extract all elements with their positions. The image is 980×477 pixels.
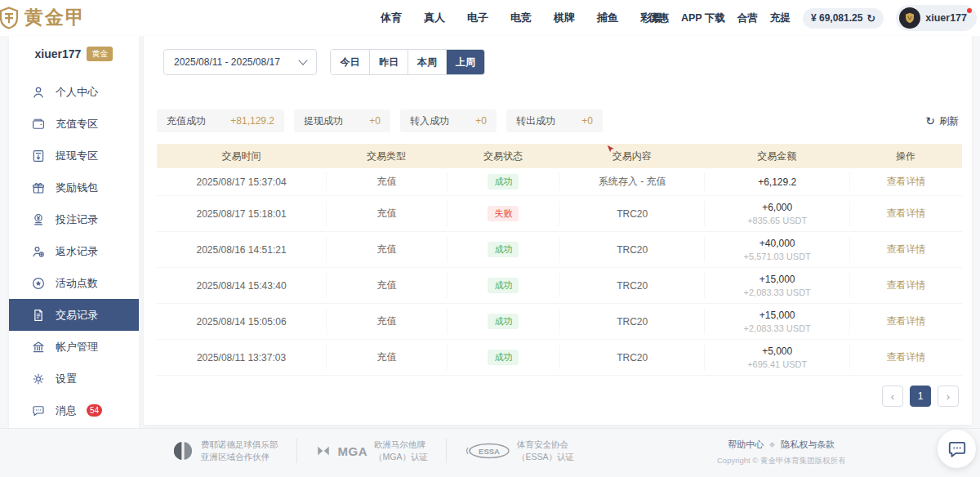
table-row: 2025/08/17 15:37:04 充值 成功 系统存入 - 充值 +6,1… [157,168,962,196]
sidebar-menu: 个人中心 充值专区 提现专区 奖励钱包 投注记录 返水记录 [9,69,139,426]
refresh-balance-icon[interactable]: ↻ [866,12,875,25]
sidebar-item-personal-center[interactable]: 个人中心 [9,76,139,108]
view-details-link[interactable]: 查看详情 [886,207,925,221]
amount-value: +40,000 [760,238,795,249]
tab-this-week[interactable]: 本周 [408,50,446,74]
privacy-terms-link[interactable]: 隐私权与条款 [781,439,835,451]
view-details-link[interactable]: 查看详情 [886,175,925,189]
summary-transfer-out-success: 转出成功 +0 [506,109,603,132]
nav-esports[interactable]: 电竞 [510,11,532,25]
summary-row: 充值成功 +81,129.2 提现成功 +0 转入成功 +0 转出成功 +0 ↻… [157,109,959,132]
chevron-down-icon [298,56,307,65]
avatar [899,7,920,29]
col-time: 交易时间 [157,149,326,163]
mga-logo-icon [315,444,332,458]
view-details-link[interactable]: 查看详情 [886,279,925,292]
nav-slots[interactable]: 电子 [467,11,488,25]
date-range-select[interactable]: 2025/08/11 - 2025/08/17 [163,49,317,75]
cell-status: 成功 [447,237,559,261]
balance-pill[interactable]: ¥ 69,081.25 ↻ [803,8,884,29]
cell-status: 成功 [447,345,559,369]
amount-value: +15,000 [760,274,795,285]
user-icon [31,85,46,100]
col-amount: 交易金额 [704,149,849,163]
shield-avatar-icon [903,11,916,25]
brand-logo[interactable]: 黄金甲 [0,5,86,30]
table-row: 2025/08/16 14:51:21 充值 成功 TRC20 +40,000+… [157,232,962,268]
page-1-button[interactable]: 1 [910,386,931,407]
star-circle-icon [31,276,46,291]
nav-sports[interactable]: 体育 [381,11,402,25]
brand-name: 黄金甲 [24,5,86,30]
link-partnership[interactable]: 合营 [737,11,758,25]
cell-amount: +5,000+695.41 USDT [704,345,849,369]
sidebar-item-withdraw[interactable]: 提现专区 [9,140,139,172]
sidebar-item-transaction-records[interactable]: 交易记录 [9,299,139,331]
sidebar-item-activity-points[interactable]: 活动点数 [9,267,139,299]
link-promotions[interactable]: 优惠 [648,11,669,25]
col-type: 交易类型 [326,149,447,163]
sidebar-item-account-management[interactable]: 帐户管理 [9,331,139,363]
cell-content: TRC20 [559,309,704,333]
sidebar-item-label: 充值专区 [56,117,98,132]
tab-yesterday[interactable]: 昨日 [369,50,408,74]
link-app-download[interactable]: APP 下载 [681,11,725,25]
summary-transfer-in-success: 转入成功 +0 [400,109,497,132]
table-row: 2025/08/11 13:37:03 充值 成功 TRC20 +5,000+6… [157,340,962,376]
footer-divider [446,439,447,463]
cell-content: TRC20 [559,345,704,369]
link-deposit-withdraw[interactable]: 充提 [770,11,791,25]
sidebar-item-messages[interactable]: 消息 54 [9,395,139,426]
cell-action: 查看详情 [849,273,962,297]
sidebar-item-bet-records[interactable]: 投注记录 [9,203,139,235]
cell-time: 2025/08/14 15:05:06 [157,309,326,333]
view-details-link[interactable]: 查看详情 [886,243,925,256]
nav-live[interactable]: 真人 [424,11,445,25]
page-prev-button[interactable]: ‹ [882,386,903,407]
sidebar-item-settings[interactable]: 设置 [9,363,139,395]
cell-type: 充值 [326,309,447,333]
refresh-button[interactable]: ↻ 刷新 [925,114,959,128]
cell-type: 充值 [326,201,447,225]
view-details-link[interactable]: 查看详情 [886,350,925,364]
sidebar-item-label: 返水记录 [56,244,98,259]
partner-mga: MGA 欧洲马尔他牌 （MGA）认证 [315,439,428,463]
sidebar-item-label: 投注记录 [56,212,98,227]
summary-label: 转出成功 [516,114,555,128]
customer-service-button[interactable] [938,430,976,468]
partner-text: 欧洲马尔他牌 （MGA）认证 [374,439,428,463]
page-next-button[interactable]: › [938,386,959,407]
tab-today[interactable]: 今日 [331,50,369,74]
cell-content: TRC20 [559,201,704,225]
table-header: 交易时间 交易类型 交易状态 交易内容 交易金额 操作 [157,144,962,168]
sidebar-item-label: 个人中心 [56,85,98,100]
sidebar-item-rebate-records[interactable]: 返水记录 [9,235,139,267]
unread-count-badge: 54 [87,404,102,417]
tab-last-week[interactable]: 上周 [446,50,484,74]
cell-action: 查看详情 [849,172,962,191]
sidebar-item-deposit[interactable]: 充值专区 [9,108,139,140]
copyright-text: Copyright © 黄金甲体育集团版权所有 [717,456,845,466]
user-menu[interactable]: xiuer177 [896,5,977,31]
nav-cards[interactable]: 棋牌 [554,11,575,25]
table-row: 2025/08/17 15:18:01 充值 失败 TRC20 +6,000+8… [157,196,962,232]
summary-label: 充值成功 [167,114,206,128]
help-center-link[interactable]: 帮助中心 [728,439,764,451]
amount-usdt: +2,083.33 USDT [744,323,811,333]
sidebar-item-label: 交易记录 [56,308,98,323]
footer-links-block: 帮助中心 隐私权与条款 Copyright © 黄金甲体育集团版权所有 [717,439,845,466]
nav-fishing[interactable]: 捕鱼 [597,11,618,25]
document-icon [31,308,46,323]
vip-level-badge: 黄金 [87,47,113,61]
status-badge: 失败 [488,206,519,221]
mga-wordmark: MGA [338,444,368,458]
view-details-link[interactable]: 查看详情 [886,314,925,328]
col-status: 交易状态 [447,149,559,163]
cell-type: 充值 [326,172,447,191]
sidebar-item-reward-wallet[interactable]: 奖励钱包 [9,172,139,203]
cell-status: 成功 [447,309,559,333]
gear-icon [31,372,46,386]
sidebar-username: xiuer177 [35,47,82,60]
partner-text: 费耶诺德足球俱乐部 亚洲区域合作伙伴 [201,439,278,463]
rebate-icon [31,244,46,259]
